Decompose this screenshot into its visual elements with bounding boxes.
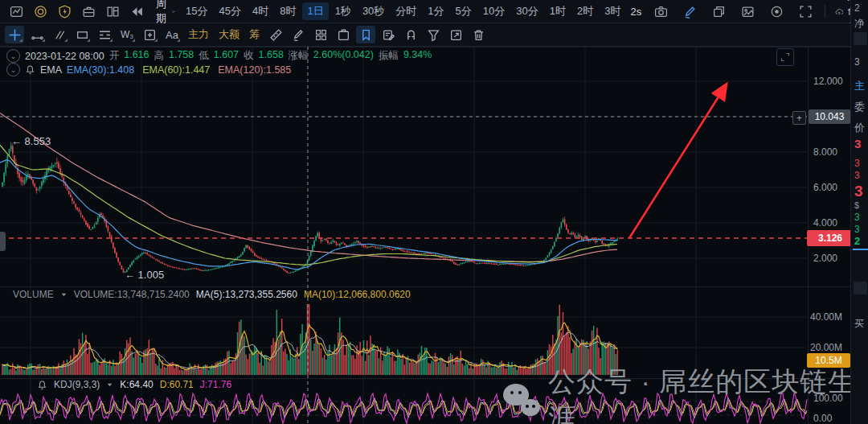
ohlc-label: 高: [154, 49, 164, 63]
panel-text-fragment: 3: [854, 170, 860, 181]
volume-value: VOLUME:13,748,715.2400: [74, 289, 190, 300]
ohlc-value: 9.34%: [403, 49, 432, 63]
panel-button-fragment[interactable]: [854, 32, 867, 45]
new-window-icon[interactable]: [709, 2, 728, 20]
draw-pencil-icon[interactable]: [680, 2, 699, 20]
axis-tick-label: 4.000: [813, 217, 837, 228]
panel-text-fragment: 3: [854, 183, 863, 200]
timeframe-45分[interactable]: 45分: [214, 2, 245, 20]
timeframe-1分[interactable]: 1分: [423, 2, 448, 20]
energy-icon[interactable]: [55, 2, 74, 20]
panel-text-fragment: 委: [854, 100, 865, 114]
watermark-text: 公众号 · 屌丝的区块链生涯: [548, 364, 868, 424]
drawing-toolbar: W₃ Aa 主力 大额 筹: [0, 23, 850, 47]
volume-header: VOLUME VOLUME:13,748,715.2400 MA(5):13,2…: [13, 289, 411, 300]
timeframe-1秒[interactable]: 1秒: [330, 2, 356, 20]
ohlc-value: 1.616: [124, 49, 149, 63]
panel-underline: [853, 249, 868, 250]
right-side-panel[interactable]: 2净3主委价3333$332买: [850, 0, 868, 424]
ohlc-value: 1.658: [259, 49, 284, 63]
alert-bell-icon[interactable]: [37, 380, 47, 390]
axis-tick-label: 6.000: [813, 182, 837, 193]
ohlc-fields: 开1.616高1.758低1.607收1.658涨幅2.60%(0.042)振幅…: [109, 49, 432, 63]
wave-tool-icon[interactable]: W₃: [117, 26, 137, 43]
refresh-interval[interactable]: 2s: [630, 6, 641, 18]
toolbar-divider: [825, 5, 825, 18]
rewind-icon[interactable]: [127, 2, 146, 20]
ruler-icon[interactable]: [266, 26, 285, 43]
briefcase-icon[interactable]: [79, 2, 98, 20]
ema-item: EMA(30):1.408: [67, 64, 134, 76]
volume-title[interactable]: VOLUME: [13, 289, 54, 300]
kline-chart-icon[interactable]: [6, 2, 26, 20]
last-price-tag: 3.126: [807, 230, 854, 246]
filter-icon[interactable]: [424, 26, 443, 43]
alert-bell-icon[interactable]: [25, 64, 35, 75]
timeframe-2时[interactable]: 2时: [572, 2, 598, 20]
axis-tick-label: 8.000: [813, 146, 837, 158]
pane-expand-button[interactable]: [776, 48, 794, 66]
timeframe-5分[interactable]: 5分: [451, 2, 477, 20]
target-icon[interactable]: [767, 2, 786, 20]
tool-main-force[interactable]: 主力: [185, 27, 212, 42]
timeframe-1时[interactable]: 1时: [545, 2, 571, 20]
panels-icon[interactable]: [103, 2, 122, 20]
chevron-down-icon[interactable]: [106, 381, 113, 389]
kdj-j-value: J:71.76: [200, 379, 231, 390]
volume-ma5: MA(5):13,273,355.2560: [196, 289, 297, 300]
ohlc-value: 2.60%(0.042): [313, 49, 374, 63]
bar-datetime: 2023-01-22 08:00: [25, 51, 104, 62]
pattern-grid-icon[interactable]: [311, 26, 330, 43]
fullscreen-icon[interactable]: [796, 2, 815, 20]
tool-chips[interactable]: 筹: [246, 27, 263, 42]
trading-app: { "toolbar_top": { "left_icons": ["kline…: [0, 0, 868, 424]
period-dropdown[interactable]: 周期: [156, 0, 176, 26]
timeframe-15分[interactable]: 15分: [181, 2, 212, 20]
add-alert-button[interactable]: +: [792, 111, 806, 125]
timeframe-分时[interactable]: 分时: [391, 2, 421, 20]
panel-text-fragment: 价: [854, 121, 865, 135]
tool-large-orders[interactable]: 大额: [215, 27, 243, 42]
note-edit-icon[interactable]: [379, 26, 398, 43]
rectangle-tool-icon[interactable]: [72, 26, 92, 43]
ohlc-label: 振幅: [379, 49, 399, 63]
channel-tool-icon[interactable]: [95, 26, 114, 43]
axis-tick-label: 2.000: [813, 253, 837, 264]
crosshair-price-tag: 10.043: [809, 109, 850, 124]
kdj-header: KDJ(9,3,3) K:64.40 D:60.71 J:71.76: [37, 379, 231, 390]
trendline-tool-icon[interactable]: [27, 26, 47, 43]
timeframe-4时[interactable]: 4时: [248, 2, 273, 20]
timeframe-list: 15分45分4时8时1日1秒30秒分时1分5分10分30分1时2时3时: [181, 2, 625, 20]
coin-icon[interactable]: [31, 2, 50, 20]
position-box-icon[interactable]: [334, 26, 353, 43]
top-toolbar: 周期 15分45分4时8时1日1秒30秒分时1分5分10分30分1时2时3时 2…: [0, 0, 850, 23]
timeframe-1日[interactable]: 1日: [302, 2, 328, 20]
image-icon[interactable]: [738, 2, 757, 20]
fib-box-tool-icon[interactable]: [140, 26, 159, 43]
brush-icon[interactable]: [289, 26, 308, 43]
wechat-icon: [503, 384, 540, 418]
camera-icon[interactable]: [651, 2, 670, 20]
parallel-lines-tool-icon[interactable]: [50, 26, 69, 43]
ema-info-bar: ⌄ EMA EMA(30):1.408EMA(60):1.447EMA(120)…: [6, 63, 291, 76]
timeframe-8时[interactable]: 8时: [275, 2, 301, 20]
magnet-icon[interactable]: [401, 26, 420, 43]
panel-button-fragment[interactable]: [854, 282, 867, 294]
timeframe-10分[interactable]: 10分: [478, 2, 510, 20]
timeframe-30秒[interactable]: 30秒: [358, 2, 389, 20]
text-tool-icon[interactable]: Aa: [162, 26, 182, 43]
chevron-down-icon[interactable]: [60, 291, 68, 298]
timeframe-30分[interactable]: 30分: [511, 2, 542, 20]
kdj-title[interactable]: KDJ(9,3,3): [54, 379, 100, 390]
low-price-annotation: ← 1.005: [125, 269, 164, 281]
trash-icon[interactable]: [469, 26, 488, 43]
ohlc-value: 1.758: [169, 49, 194, 63]
axis-tick-label: 40.00M: [810, 311, 842, 323]
collapse-chevron-icon[interactable]: ⌄: [6, 63, 20, 76]
replay-edit-icon[interactable]: [446, 26, 465, 43]
panel-text-fragment: 3: [854, 137, 861, 150]
collapse-chevron-icon[interactable]: ⌄: [6, 49, 20, 63]
crosshair-tool-icon[interactable]: [5, 26, 24, 43]
timeframe-3时[interactable]: 3时: [600, 2, 625, 20]
bookmark-icon[interactable]: [356, 26, 375, 43]
